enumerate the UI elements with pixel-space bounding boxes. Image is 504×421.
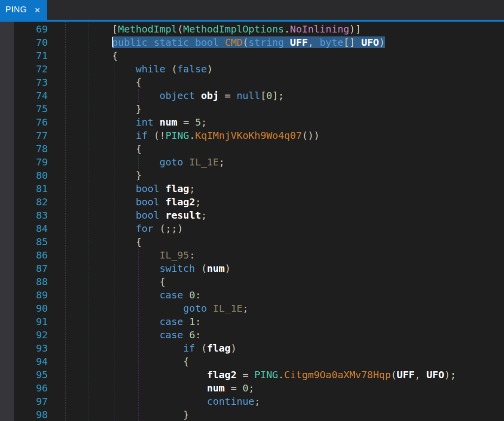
line-number[interactable]: 83 [0, 209, 48, 222]
token-kw: bool [136, 183, 166, 194]
code-line-71[interactable]: 71 { [0, 49, 504, 63]
token-p: ) [207, 63, 213, 75]
line-number[interactable]: 95 [0, 368, 48, 382]
line-number[interactable]: 81 [0, 182, 48, 195]
token-n: 0 [266, 90, 272, 101]
code-line-80[interactable]: 80 } [0, 169, 504, 182]
code-text: case 1: [65, 315, 201, 328]
code-line-89[interactable]: 89 case 0: [0, 289, 504, 302]
token-ty: PING [166, 130, 189, 141]
line-number[interactable]: 98 [0, 408, 48, 421]
line-number[interactable]: 91 [0, 315, 48, 328]
close-icon[interactable]: ✕ [34, 6, 41, 14]
line-number[interactable]: 69 [0, 23, 48, 36]
token-m: Citgm9Oa0aXMv78Hqp [284, 369, 391, 381]
token-m: CMD [225, 36, 242, 48]
code-text: bool result; [65, 209, 207, 222]
token-p: = [225, 382, 242, 394]
token-lbl: IL_95 [160, 249, 189, 261]
line-number[interactable]: 74 [0, 89, 48, 102]
code-line-92[interactable]: 92 case 6: [0, 328, 504, 342]
line-number[interactable]: 88 [0, 275, 48, 289]
code-line-94[interactable]: 94 { [0, 355, 504, 368]
line-number[interactable]: 77 [0, 129, 48, 142]
code-line-87[interactable]: 87 switch (num) [0, 262, 504, 275]
code-line-78[interactable]: 78 { [0, 142, 504, 156]
code-line-75[interactable]: 75 } [0, 102, 504, 116]
code-line-82[interactable]: 82 bool flag2; [0, 195, 504, 209]
code-line-79[interactable]: 79 goto IL_1E; [0, 156, 504, 169]
code-line-74[interactable]: 74 object obj = null[0]; [0, 89, 504, 102]
code-line-76[interactable]: 76 int num = 5; [0, 116, 504, 129]
tab-bar: PING ✕ [0, 0, 504, 20]
code-line-77[interactable]: 77 if (!PING.KqIMnjVKoKh9Wo4q07()) [0, 129, 504, 142]
code-line-91[interactable]: 91 case 1: [0, 315, 504, 328]
code-text: if (!PING.KqIMnjVKoKh9Wo4q07()) [65, 129, 320, 142]
code-text: num = 0; [65, 382, 254, 395]
line-number[interactable]: 73 [0, 76, 48, 89]
code-text: IL_95: [65, 249, 195, 262]
token-kw: byte [320, 36, 343, 48]
token-p: } [136, 169, 142, 181]
line-number[interactable]: 96 [0, 382, 48, 395]
code-line-70[interactable]: 70 public static bool CMD(string UFF, by… [0, 36, 504, 49]
line-number[interactable]: 97 [0, 395, 48, 408]
line-number[interactable]: 70 [0, 36, 48, 49]
code-line-86[interactable]: 86 IL_95: [0, 249, 504, 262]
code-line-90[interactable]: 90 goto IL_1E; [0, 302, 504, 315]
token-p: ); [444, 369, 456, 381]
code-line-96[interactable]: 96 num = 0; [0, 382, 504, 395]
code-line-98[interactable]: 98 } [0, 408, 504, 421]
tab-ping[interactable]: PING ✕ [0, 0, 47, 20]
code-text: bool flag; [65, 182, 195, 195]
line-number[interactable]: 75 [0, 102, 48, 116]
code-line-88[interactable]: 88 { [0, 275, 504, 289]
code-line-84[interactable]: 84 for (;;) [0, 222, 504, 235]
token-kw: bool [195, 36, 225, 48]
token-ty: MethodImplOptions [183, 23, 284, 35]
token-p: ( [177, 23, 183, 35]
token-p: ; [195, 196, 201, 208]
token-p: [] [343, 36, 361, 48]
token-p: ( [171, 63, 177, 75]
line-number[interactable]: 79 [0, 156, 48, 169]
line-number[interactable]: 78 [0, 142, 48, 156]
line-number[interactable]: 84 [0, 222, 48, 235]
code-line-97[interactable]: 97 continue; [0, 395, 504, 408]
token-p: ( [242, 36, 248, 48]
line-number[interactable]: 92 [0, 328, 48, 342]
line-number[interactable]: 82 [0, 195, 48, 209]
code-line-85[interactable]: 85 { [0, 235, 504, 249]
token-p: ) [379, 36, 385, 48]
line-number[interactable]: 85 [0, 235, 48, 249]
line-number[interactable]: 80 [0, 169, 48, 182]
token-p: ) [225, 262, 231, 274]
token-p: = [236, 369, 254, 381]
code-line-69[interactable]: 69 [MethodImpl(MethodImplOptions.NoInlin… [0, 23, 504, 36]
line-number[interactable]: 86 [0, 249, 48, 262]
code-editor[interactable]: 69 [MethodImpl(MethodImplOptions.NoInlin… [0, 22, 504, 421]
line-number[interactable]: 71 [0, 49, 48, 63]
line-number[interactable]: 93 [0, 342, 48, 355]
line-number[interactable]: 72 [0, 63, 48, 76]
line-number[interactable]: 90 [0, 302, 48, 315]
token-ty: PING [254, 369, 278, 381]
line-number[interactable]: 87 [0, 262, 48, 275]
code-line-95[interactable]: 95 flag2 = PING.Citgm9Oa0aXMv78Hqp(UFF, … [0, 368, 504, 382]
code-line-83[interactable]: 83 bool result; [0, 209, 504, 222]
code-text: for (;;) [65, 222, 183, 235]
code-line-73[interactable]: 73 { [0, 76, 504, 89]
line-number[interactable]: 89 [0, 289, 48, 302]
token-kw: static [154, 36, 195, 48]
code-text: flag2 = PING.Citgm9Oa0aXMv78Hqp(UFF, UFO… [65, 368, 456, 382]
code-line-93[interactable]: 93 if (flag) [0, 342, 504, 355]
code-text: { [65, 76, 142, 89]
token-kw: null [236, 90, 260, 101]
token-p: ( [201, 342, 207, 354]
code-line-81[interactable]: 81 bool flag; [0, 182, 504, 195]
line-number[interactable]: 94 [0, 355, 48, 368]
line-number[interactable]: 76 [0, 116, 48, 129]
token-n: 0 [189, 289, 195, 301]
token-loc: flag [207, 342, 231, 354]
code-line-72[interactable]: 72 while (false) [0, 63, 504, 76]
